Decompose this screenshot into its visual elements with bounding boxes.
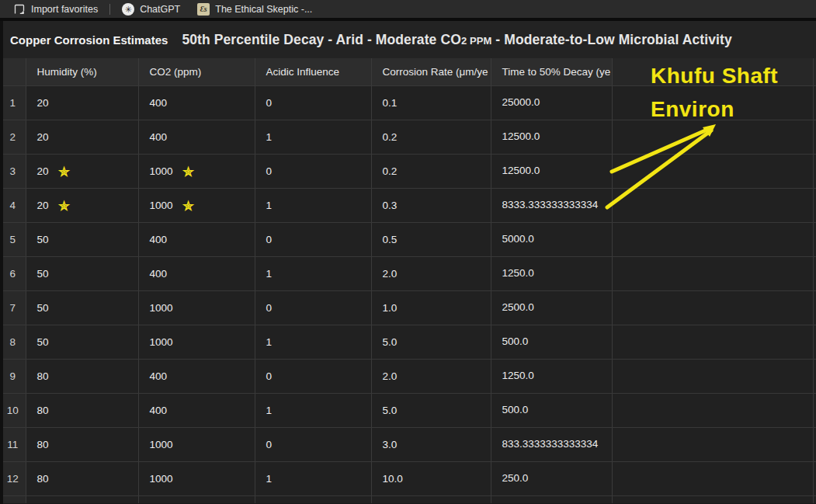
column-header-edge	[813, 58, 816, 85]
chatgpt-icon: ✳	[122, 3, 134, 16]
column-header-humidity[interactable]: Humidity (%)	[26, 58, 138, 85]
row-number: 5	[0, 222, 26, 256]
cell-rate: 0.2	[371, 154, 491, 188]
cell-decay: 500.0	[491, 325, 612, 359]
cell-humidity: 50	[26, 290, 138, 325]
cell-edge	[813, 461, 816, 495]
import-favorites-icon	[13, 3, 26, 16]
cell-acidic: 1	[255, 188, 371, 222]
cell-decay: 12500.0	[491, 154, 612, 188]
cell-co2: 1000	[138, 427, 255, 461]
bookmark-label: Import favorites	[31, 4, 98, 15]
cell-co2: 1000	[138, 461, 255, 495]
cell-co2: 400	[138, 359, 255, 393]
cell-empty	[612, 154, 813, 188]
cell-acidic: 0	[255, 427, 371, 461]
cell-edge	[813, 188, 816, 222]
star-icon: ★☆	[182, 166, 196, 177]
cell-humidity: 20	[26, 120, 138, 154]
cell-edge	[813, 325, 816, 359]
column-header-rate[interactable]: Corrosion Rate (μm/ye	[371, 58, 491, 85]
column-header-co2[interactable]: CO2 (ppm)	[138, 58, 255, 85]
table-body: 12040000.125000.022040010.212500.0320★☆1…	[0, 85, 816, 495]
cell-decay: 1250.0	[491, 256, 612, 290]
cell-acidic: 0	[255, 154, 371, 188]
cell-decay: 1250.0	[491, 359, 612, 393]
cell-edge	[813, 359, 816, 393]
table-row: 55040000.55000.0	[0, 222, 816, 256]
cell-humidity: 50	[26, 222, 138, 256]
table-row: 65040012.01250.0	[0, 256, 816, 290]
star-icon: ★☆	[57, 166, 71, 177]
cell-edge	[813, 120, 816, 154]
cell-co2: 400	[138, 85, 255, 120]
cell-humidity: 80	[26, 427, 138, 461]
cell-decay: 500.0	[491, 393, 612, 427]
cell-decay: 12500.0	[491, 120, 612, 154]
cell-decay: 25000.0	[491, 85, 612, 120]
cell-co2: 400	[138, 120, 255, 154]
cell-humidity: 50	[26, 325, 138, 359]
table-row: 320★☆1000★☆00.212500.0	[0, 154, 816, 188]
table-row: 98040002.01250.0	[0, 359, 816, 393]
cell-co2: 400	[138, 256, 255, 290]
bookmark-chatgpt[interactable]: ✳ ChatGPT	[113, 0, 189, 18]
column-header-acidic[interactable]: Acidic Influence	[255, 58, 371, 85]
table-row: 420★☆1000★☆10.38333.333333333334	[0, 188, 816, 222]
bookmark-ethical-skeptic[interactable]: Ɛs The Ethical Skeptic -...	[189, 0, 321, 18]
cell-co2: 1000★☆	[138, 154, 255, 188]
ethical-skeptic-favicon: Ɛs	[197, 3, 210, 16]
cell-decay: 8333.333333333334	[491, 188, 612, 222]
cell-empty	[612, 461, 813, 495]
left-edge-gutter	[0, 21, 3, 504]
row-number: 7	[0, 290, 26, 325]
cell-co2: 1000	[138, 290, 255, 325]
cell-co2: 400	[138, 393, 255, 427]
row-number: 2	[0, 120, 26, 154]
row-number: 10	[0, 393, 26, 427]
cell-co2: 1000	[138, 325, 255, 359]
cell-decay: 833.3333333333334	[491, 427, 612, 461]
cell-humidity: 50	[26, 256, 138, 290]
page-title: Copper Corrosion Estimates	[10, 33, 168, 47]
cell-empty	[612, 359, 813, 393]
cell-edge	[813, 85, 816, 120]
table-row: 108040015.0500.0	[0, 393, 816, 427]
cell-acidic: 1	[255, 393, 371, 427]
cell-rate: 5.0	[371, 393, 491, 427]
cell-humidity: 80	[26, 461, 138, 495]
star-icon: ★☆	[182, 200, 196, 211]
cell-acidic: 0	[255, 222, 371, 256]
cell-rate: 0.5	[371, 222, 491, 256]
cell-acidic: 0	[255, 290, 371, 325]
cell-edge	[813, 427, 816, 461]
sheet-subtitle: 50th Percentile Decay - Arid - Moderate …	[182, 32, 731, 48]
bookmark-label: ChatGPT	[140, 4, 180, 15]
column-header-rownum	[0, 58, 26, 85]
row-number: 4	[0, 188, 26, 222]
table-row: 850100015.0500.0	[0, 325, 816, 359]
bookmarks-bar: Import favorites ✳ ChatGPT Ɛs The Ethica…	[0, 0, 816, 18]
page-header: Copper Corrosion Estimates 50th Percenti…	[0, 21, 816, 58]
cell-co2: 1000★☆	[138, 188, 255, 222]
cell-co2: 400	[138, 222, 255, 256]
column-header-decay[interactable]: Time to 50% Decay (ye	[491, 58, 612, 85]
cell-humidity: 20	[26, 85, 138, 120]
cell-empty	[612, 290, 813, 325]
row-number: 3	[0, 154, 26, 188]
cell-acidic: 0	[255, 85, 371, 120]
bookmarks-separator	[109, 4, 110, 15]
cell-rate: 2.0	[371, 359, 491, 393]
cell-empty	[612, 393, 813, 427]
cell-empty	[612, 427, 813, 461]
cell-edge	[813, 154, 816, 188]
cell-empty	[612, 256, 813, 290]
cell-rate: 0.3	[371, 188, 491, 222]
row-number: 8	[0, 325, 26, 359]
cell-humidity: 80	[26, 359, 138, 393]
cell-humidity: 20★☆	[26, 154, 138, 188]
cell-acidic: 1	[255, 120, 371, 154]
cell-decay: 5000.0	[491, 222, 612, 256]
partial-next-row	[0, 495, 816, 503]
bookmark-import-favorites[interactable]: Import favorites	[5, 0, 106, 18]
